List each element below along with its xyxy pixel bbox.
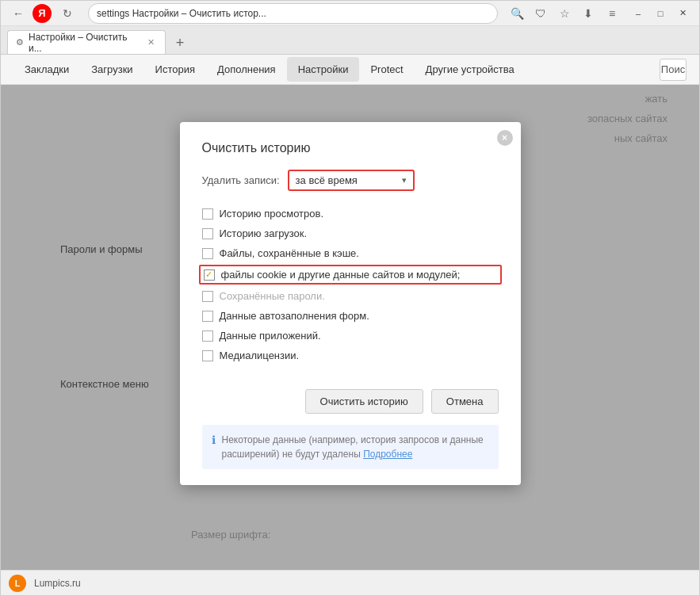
status-logo: L [9,575,26,592]
dialog-close-button[interactable]: × [497,130,513,146]
checkbox-autofill-label: Данные автозаполнения форм. [220,310,369,322]
checkbox-list: Историю просмотров. Историю загрузок. Фа… [202,204,499,365]
checkbox-passwords[interactable] [202,291,213,302]
checkbox-downloads[interactable] [202,228,213,239]
active-tab[interactable]: ⚙ Настройки – Очистить и... ✕ [7,30,166,54]
nav-bar: Закладки Загрузки История Дополнения Нас… [1,55,699,85]
nav-search-label: Поис [661,63,685,75]
address-text: settings Настройки – Очистить истор... [97,8,266,19]
checkbox-autofill-item: Данные автозаполнения форм. [202,306,499,326]
checkbox-autofill[interactable] [202,311,213,322]
minimize-button[interactable]: – [628,5,648,22]
period-select-wrapper[interactable]: за час за день за неделю за 4 недели за … [288,170,415,191]
new-tab-button[interactable]: + [169,32,191,54]
nav-bookmarks[interactable]: Закладки [13,57,80,82]
tab-close-button[interactable]: ✕ [144,36,157,49]
checkbox-passwords-label: Сохранённые пароли. [220,290,325,302]
checkbox-licenses-label: Медиалицензии. [220,350,300,361]
checkbox-cache-label: Файлы, сохранённые в кэше. [220,247,359,259]
maximize-button[interactable]: □ [650,5,671,22]
checkbox-cache-item: Файлы, сохранённые в кэше. [202,243,499,263]
checkbox-cookies[interactable]: ✓ [204,269,215,281]
star-icon[interactable]: ☆ [555,4,574,23]
dialog-buttons: Очистить историю Отмена [202,389,499,414]
checkbox-history-label: Историю просмотров. [220,208,324,220]
nav-search-button[interactable]: Поис [660,59,687,81]
shield-icon: 🛡 [531,4,550,23]
info-icon: ℹ [212,434,216,446]
nav-settings[interactable]: Настройки [287,57,360,82]
checkbox-cache[interactable] [202,248,213,259]
checkbox-cookies-item: ✓ файлы cookie и другие данные сайтов и … [199,265,502,285]
checkbox-history-item: Историю просмотров. [202,204,499,224]
status-bar: L Lumpics.ru [1,570,699,595]
tab-bar: ⚙ Настройки – Очистить и... ✕ + [1,26,699,55]
dialog-title: Очистить историю [202,141,499,155]
main-content: жать зопасных сайтах ных сайтах Пароли и… [1,85,699,570]
title-bar: ← Я ↻ settings Настройки – Очистить исто… [1,1,699,26]
nav-addons[interactable]: Дополнения [206,57,287,82]
checkbox-apps-item: Данные приложений. [202,326,499,346]
checkbox-apps[interactable] [202,330,213,342]
cancel-button[interactable]: Отмена [431,389,499,414]
checkbox-downloads-item: Историю загрузок. [202,224,499,243]
select-arrow-icon: ▾ [402,175,407,185]
search-icon[interactable]: 🔍 [507,4,526,23]
checkbox-passwords-item: Сохранённые пароли. [202,286,499,306]
address-bar[interactable]: settings Настройки – Очистить истор... [88,3,498,24]
status-url: Lumpics.ru [34,578,81,589]
refresh-button[interactable]: ↻ [58,4,77,23]
checkbox-history[interactable] [202,208,213,220]
close-button[interactable]: ✕ [672,5,693,22]
checkbox-cookies-label: файлы cookie и другие данные сайтов и мо… [221,269,461,281]
back-button[interactable]: ← [7,2,29,25]
nav-protect[interactable]: Protect [359,57,414,82]
tab-settings-icon: ⚙ [16,37,24,48]
download-icon[interactable]: ⬇ [579,4,598,23]
info-text: Некоторые данные (например, история запр… [222,433,489,461]
checkbox-licenses[interactable] [202,350,213,361]
dialog-info-box: ℹ Некоторые данные (например, история за… [202,425,499,469]
checkbox-licenses-item: Медиалицензии. [202,346,499,365]
checkbox-downloads-label: Историю загрузок. [220,227,308,239]
period-row: Удалить записи: за час за день за неделю… [202,170,499,191]
nav-history[interactable]: История [144,57,206,82]
checkmark-icon: ✓ [205,269,212,280]
nav-downloads[interactable]: Загрузки [80,57,143,82]
dialog-footer: Очистить историю Отмена ℹ Некоторые данн… [202,378,499,469]
checkbox-apps-label: Данные приложений. [220,330,321,342]
modal-overlay: × Очистить историю Удалить записи: за ча… [1,85,699,570]
menu-icon[interactable]: ≡ [602,4,622,23]
tab-label: Настройки – Очистить и... [29,32,140,54]
nav-other-devices[interactable]: Другие устройства [415,57,526,82]
delete-label: Удалить записи: [202,174,280,186]
yandex-logo: Я [33,4,52,23]
clear-history-dialog: × Очистить историю Удалить записи: за ча… [180,122,521,485]
clear-history-button[interactable]: Очистить историю [305,389,423,414]
info-link[interactable]: Подробнее [363,449,412,460]
period-select[interactable]: за час за день за неделю за 4 недели за … [296,174,397,186]
